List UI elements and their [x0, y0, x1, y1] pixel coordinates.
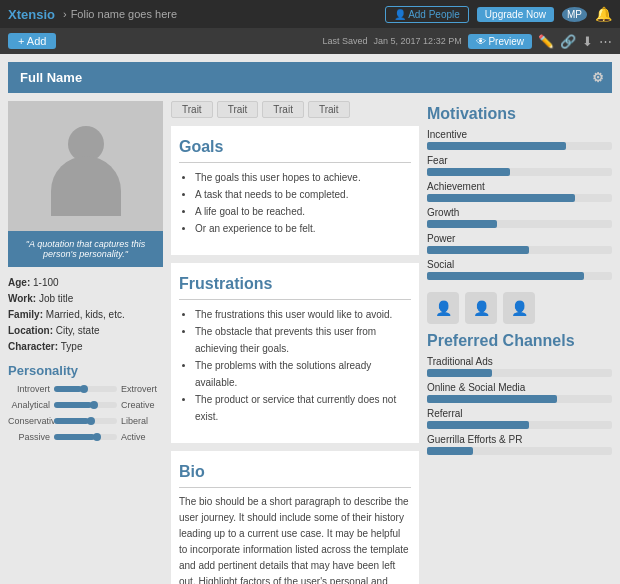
motivation-fear-fill	[427, 168, 510, 176]
settings-icon[interactable]: ⚙	[592, 70, 604, 85]
main-area: Full Name ⚙ "A quotation that captures t…	[0, 54, 620, 584]
info-character: Character: Type	[8, 339, 163, 355]
personality-title: Personality	[8, 363, 163, 378]
channel-online-bar	[427, 395, 612, 403]
motivation-fear-bar	[427, 168, 612, 176]
motivation-incentive-fill	[427, 142, 566, 150]
person-icon-3: 👤	[511, 300, 528, 316]
channel-guerrilla: Guerrilla Efforts & PR	[427, 434, 612, 455]
channel-traditional-bar	[427, 369, 612, 377]
channel-guerrilla-bar	[427, 447, 612, 455]
motivation-achievement-bar	[427, 194, 612, 202]
trait-tag-3: Trait	[262, 101, 304, 118]
motivation-power-label: Power	[427, 233, 612, 244]
motivation-growth-label: Growth	[427, 207, 612, 218]
motivation-achievement: Achievement	[427, 181, 612, 202]
channel-traditional-label: Traditional Ads	[427, 356, 612, 367]
channel-referral-fill	[427, 421, 529, 429]
motivation-social-label: Social	[427, 259, 612, 270]
preferred-channels-section: Preferred Channels Traditional Ads Onlin…	[427, 332, 612, 455]
bio-text: The bio should be a short paragraph to d…	[179, 494, 411, 584]
motivation-incentive-bar	[427, 142, 612, 150]
p-label-extrovert: Extrovert	[121, 384, 163, 394]
p-bar-analytical-fill	[54, 402, 92, 408]
icon-box-1: 👤	[427, 292, 459, 324]
motivation-power: Power	[427, 233, 612, 254]
info-location: Location: City, state	[8, 323, 163, 339]
goal-item-1: The goals this user hopes to achieve.	[195, 169, 411, 186]
motivation-social-bar	[427, 272, 612, 280]
trait-tag-2: Trait	[217, 101, 259, 118]
add-people-button[interactable]: 👤 Add People	[385, 6, 469, 23]
motivation-fear-label: Fear	[427, 155, 612, 166]
person-icon-1: 👤	[435, 300, 452, 316]
content-grid: "A quotation that captures this person's…	[8, 101, 612, 584]
bell-icon[interactable]: 🔔	[595, 6, 612, 22]
p-dot-analytical	[90, 401, 98, 409]
channel-guerrilla-fill	[427, 447, 473, 455]
left-column: "A quotation that captures this person's…	[8, 101, 163, 584]
toolbar: + Add Last Saved Jan 5, 2017 12:32 PM 👁 …	[0, 28, 620, 54]
person-icon-2: 👤	[473, 300, 490, 316]
top-nav: Xtensio › Folio name goes here 👤 Add Peo…	[0, 0, 620, 28]
info-family: Family: Married, kids, etc.	[8, 307, 163, 323]
quote-box: "A quotation that captures this person's…	[8, 231, 163, 267]
goal-item-4: Or an experience to be felt.	[195, 220, 411, 237]
frustration-item-1: The frustrations this user would like to…	[195, 306, 411, 323]
fullname-bar: Full Name ⚙	[8, 62, 612, 93]
bio-card: Bio The bio should be a short paragraph …	[171, 451, 419, 584]
goals-list: The goals this user hopes to achieve. A …	[179, 169, 411, 237]
personality-row-passive: Passive Active	[8, 432, 163, 442]
frustrations-card: Frustrations The frustrations this user …	[171, 263, 419, 443]
logo: Xtensio	[8, 7, 55, 22]
motivation-incentive: Incentive	[427, 129, 612, 150]
motivation-incentive-label: Incentive	[427, 129, 612, 140]
motivation-social: Social	[427, 259, 612, 280]
channel-referral-label: Referral	[427, 408, 612, 419]
p-bar-passive-fill	[54, 434, 95, 440]
p-label-analytical: Analytical	[8, 400, 50, 410]
eye-icon: 👁	[476, 36, 486, 47]
last-saved-label: Last Saved	[323, 36, 368, 46]
frustration-item-3: The problems with the solutions already …	[195, 357, 411, 391]
motivation-growth: Growth	[427, 207, 612, 228]
p-bar-conservative	[54, 418, 117, 424]
share-icon[interactable]: 🔗	[560, 34, 576, 49]
personality-section: Personality Introvert Extrovert Analytic…	[8, 363, 163, 442]
channel-traditional-fill	[427, 369, 492, 377]
p-label-passive: Passive	[8, 432, 50, 442]
channel-traditional: Traditional Ads	[427, 356, 612, 377]
upgrade-button[interactable]: Upgrade Now	[477, 7, 554, 22]
channel-referral: Referral	[427, 408, 612, 429]
trait-tag-4: Trait	[308, 101, 350, 118]
personality-row-conservative: Conservative Liberal	[8, 416, 163, 426]
channel-referral-bar	[427, 421, 612, 429]
motivation-power-bar	[427, 246, 612, 254]
middle-column: Trait Trait Trait Trait Goals The goals …	[171, 101, 419, 584]
bio-title: Bio	[179, 463, 411, 481]
p-bar-conservative-fill	[54, 418, 89, 424]
more-icon[interactable]: ⋯	[599, 34, 612, 49]
motivation-achievement-fill	[427, 194, 575, 202]
motivations-title: Motivations	[427, 105, 612, 123]
frustrations-list: The frustrations this user would like to…	[179, 306, 411, 425]
p-dot-conservative	[87, 417, 95, 425]
edit-icon[interactable]: ✏️	[538, 34, 554, 49]
right-column: Motivations Incentive Fear Achievement	[427, 101, 612, 584]
add-button[interactable]: + Add	[8, 33, 56, 49]
download-icon[interactable]: ⬇	[582, 34, 593, 49]
info-work: Work: Job title	[8, 291, 163, 307]
p-label-liberal: Liberal	[121, 416, 163, 426]
goal-item-3: A life goal to be reached.	[195, 203, 411, 220]
avatar-initials[interactable]: MP	[562, 7, 587, 22]
avatar-silhouette	[46, 116, 126, 216]
preview-button[interactable]: 👁 Preview	[468, 34, 532, 49]
channel-online-fill	[427, 395, 557, 403]
p-bar-passive	[54, 434, 117, 440]
channel-online: Online & Social Media	[427, 382, 612, 403]
p-dot-passive	[93, 433, 101, 441]
p-label-creative: Creative	[121, 400, 163, 410]
personality-row-analytical: Analytical Creative	[8, 400, 163, 410]
avatar-body	[51, 156, 121, 216]
icon-box-3: 👤	[503, 292, 535, 324]
